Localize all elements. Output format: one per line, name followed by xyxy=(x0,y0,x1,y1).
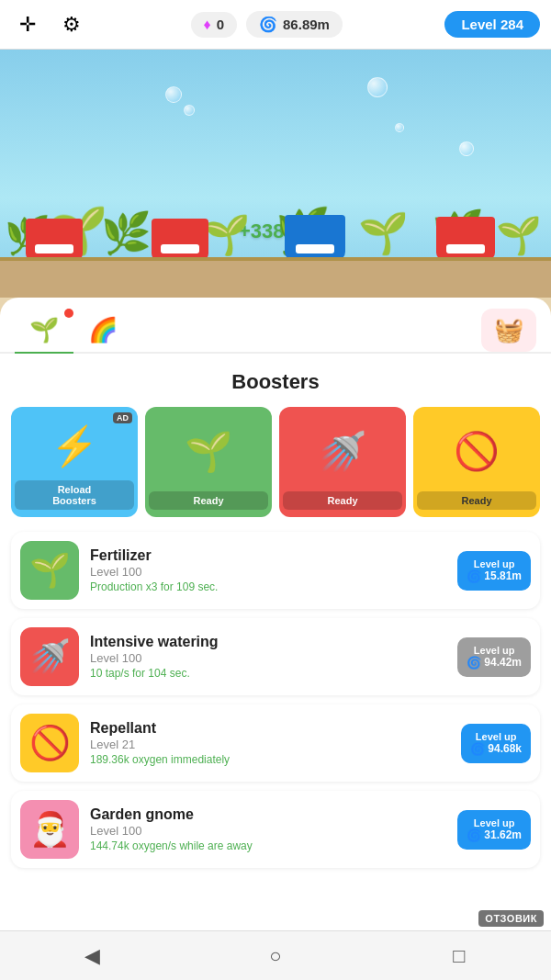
plant-center-1: 🌿 xyxy=(101,209,152,257)
basket-icon: 🧺 xyxy=(494,316,523,344)
list-repellant-icon: 🚫 xyxy=(20,714,79,772)
main-panel: 🌱 🌈 🧺 Boosters AD ⚡ ReloadBoosters 🌱 Rea… xyxy=(0,298,551,930)
nav-home-btn[interactable]: ○ xyxy=(255,936,296,976)
cost-icon-1: 🌀 xyxy=(467,569,481,583)
list-fertilizer-levelup-btn[interactable]: Level up 🌀 15.81m xyxy=(457,551,531,591)
nav-menu-btn[interactable]: □ xyxy=(439,936,479,976)
tab-bar: 🌱 🌈 🧺 xyxy=(0,298,551,354)
bubble-1 xyxy=(165,86,182,103)
list-fertilizer-info: Fertilizer Level 100 Production x3 for 1… xyxy=(90,547,446,593)
list-gnome-level: Level 100 xyxy=(90,824,446,838)
list-item-watering: 🚿 Intensive watering Level 100 10 tap/s … xyxy=(11,618,540,695)
repellant-grid-icon: 🚫 xyxy=(417,414,536,488)
tab-basket[interactable]: 🧺 xyxy=(481,309,536,352)
level-badge: Level 284 xyxy=(444,11,540,38)
list-watering-desc: 10 tap/s for 104 sec. xyxy=(90,667,446,680)
list-repellant-name: Repellant xyxy=(90,720,450,737)
ad-badge: AD xyxy=(113,412,132,423)
list-watering-level: Level 100 xyxy=(90,651,446,665)
diamond-icon: ♦ xyxy=(204,17,211,33)
cost-icon-2: 🌀 xyxy=(467,656,481,670)
list-gnome-info: Garden gnome Level 100 144.74k oxygen/s … xyxy=(90,806,446,852)
shelf-area: +338 🌿 🌱 🌿 🌱 🌿 🌱 🌿 🌱 xyxy=(0,50,551,298)
list-watering-levelup-label: Level up xyxy=(467,645,522,656)
watering-label: Ready xyxy=(283,491,402,510)
pot-1 xyxy=(26,219,83,261)
plant-center-2: 🌱 xyxy=(202,212,250,257)
list-gnome-name: Garden gnome xyxy=(90,806,446,823)
section-title: Boosters xyxy=(0,370,551,394)
tab-plants-icon: 🌱 xyxy=(29,316,59,344)
list-repellant-level: Level 21 xyxy=(90,738,450,751)
booster-watering[interactable]: 🚿 Ready xyxy=(279,407,406,517)
list-gnome-desc: 144.74k oxygen/s while are away xyxy=(90,839,446,852)
list-fertilizer-icon: 🌱 xyxy=(20,541,79,600)
nav-back-btn[interactable]: ◀ xyxy=(72,936,112,976)
list-repellant-levelup-cost: 🌀 94.68k xyxy=(470,742,522,756)
list-item-gnome: 🎅 Garden gnome Level 100 144.74k oxygen/… xyxy=(11,791,540,868)
list-fertilizer-level: Level 100 xyxy=(90,565,446,579)
diamond-count: 0 xyxy=(217,17,224,32)
list-watering-levelup-btn[interactable]: Level up 🌀 94.42m xyxy=(457,637,531,677)
coin-currency: 🌀 86.89m xyxy=(246,11,343,38)
list-item-repellant: 🚫 Repellant Level 21 189.36k oxygen imme… xyxy=(11,704,540,782)
tab-plants[interactable]: 🌱 xyxy=(15,309,73,352)
booster-repellant-grid[interactable]: 🚫 Ready xyxy=(413,407,540,517)
bubble-3 xyxy=(367,77,388,97)
tab-rainbow-icon: 🌈 xyxy=(88,316,118,344)
list-fertilizer-levelup-cost: 🌀 15.81m xyxy=(467,569,522,583)
coin-count: 86.89m xyxy=(283,17,330,32)
repellant-grid-label: Ready xyxy=(417,491,536,510)
list-repellant-desc: 189.36k oxygen immediately xyxy=(90,753,450,766)
pot-2 xyxy=(152,219,208,261)
booster-reload[interactable]: AD ⚡ ReloadBoosters xyxy=(11,407,138,517)
plants-notification-dot xyxy=(64,309,73,318)
top-bar: ✛ ⚙ ♦ 0 🌀 86.89m Level 284 xyxy=(0,0,551,50)
list-repellant-levelup-btn[interactable]: Level up 🌀 94.68k xyxy=(461,724,531,763)
list-fertilizer-levelup-label: Level up xyxy=(467,558,522,569)
settings-icon[interactable]: ⚙ xyxy=(55,8,88,41)
list-watering-levelup-cost: 🌀 94.42m xyxy=(467,656,522,670)
list-fertilizer-desc: Production x3 for 109 sec. xyxy=(90,580,446,593)
list-gnome-levelup-btn[interactable]: Level up 🌀 31.62m xyxy=(457,810,531,850)
reload-icon: ⚡ xyxy=(15,414,134,477)
list-item-fertilizer: 🌱 Fertilizer Level 100 Production x3 for… xyxy=(11,532,540,609)
reload-label: ReloadBoosters xyxy=(15,480,134,510)
booster-grid: AD ⚡ ReloadBoosters 🌱 Ready 🚿 Ready 🚫 Re xyxy=(0,407,551,532)
fertilizer-icon: 🌱 xyxy=(149,414,268,488)
bubble-2 xyxy=(184,105,195,116)
list-gnome-levelup-cost: 🌀 31.62m xyxy=(467,828,522,842)
cost-icon-4: 🌀 xyxy=(467,828,481,842)
diamond-currency: ♦ 0 xyxy=(191,12,238,38)
bubble-4 xyxy=(395,123,404,132)
pot-3 xyxy=(285,215,345,261)
coin-icon: 🌀 xyxy=(259,16,277,33)
tab-rainbow[interactable]: 🌈 xyxy=(73,309,132,352)
fertilizer-label: Ready xyxy=(149,491,268,510)
list-watering-icon: 🚿 xyxy=(20,627,79,686)
cost-icon-3: 🌀 xyxy=(470,742,485,756)
list-repellant-info: Repellant Level 21 189.36k oxygen immedi… xyxy=(90,720,450,766)
watermark: ОТЗОВИК xyxy=(478,910,544,927)
list-gnome-levelup-label: Level up xyxy=(467,817,522,828)
shelf-bg xyxy=(0,261,551,298)
list-fertilizer-name: Fertilizer xyxy=(90,547,446,564)
list-gnome-icon: 🎅 xyxy=(20,800,79,859)
list-watering-name: Intensive watering xyxy=(90,634,446,650)
booster-list: 🌱 Fertilizer Level 100 Production x3 for… xyxy=(0,532,551,886)
plant-right-3: 🌱 xyxy=(496,214,542,257)
list-repellant-levelup-label: Level up xyxy=(470,731,522,742)
bottom-nav: ◀ ○ □ xyxy=(0,930,551,980)
plant-right-1: 🌱 xyxy=(358,209,409,257)
bubble-5 xyxy=(459,141,474,156)
watering-icon: 🚿 xyxy=(283,414,402,488)
booster-fertilizer[interactable]: 🌱 Ready xyxy=(145,407,272,517)
pot-4 xyxy=(436,217,495,261)
move-icon[interactable]: ✛ xyxy=(11,8,44,41)
list-watering-info: Intensive watering Level 100 10 tap/s fo… xyxy=(90,634,446,680)
